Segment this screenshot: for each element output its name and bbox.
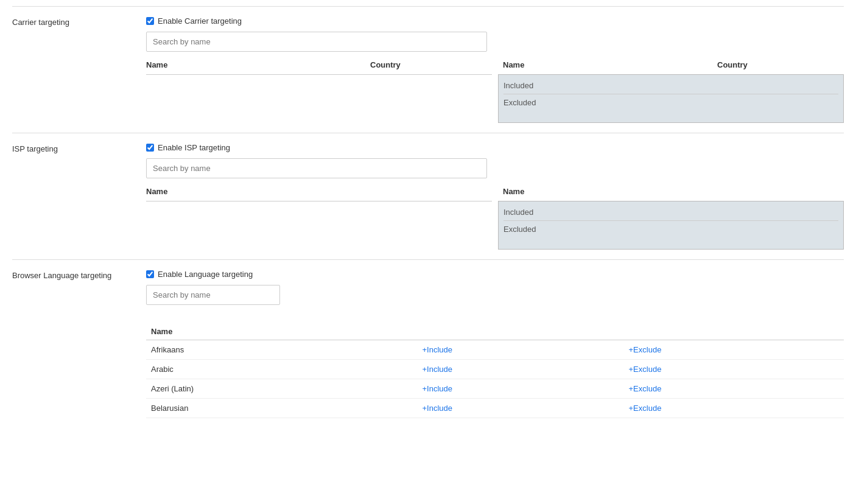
lang-include-cell[interactable]: +Include <box>417 399 623 418</box>
lang-exclude-link[interactable]: +Exclude <box>629 345 662 354</box>
lang-exclude-link[interactable]: +Exclude <box>629 404 662 413</box>
lang-include-link[interactable]: +Include <box>422 404 452 413</box>
isp-right-panel-header: Name <box>498 184 844 201</box>
carrier-left-country-col: Country <box>370 60 492 69</box>
carrier-enable-checkbox[interactable] <box>146 17 154 25</box>
carrier-enable-row: Enable Carrier targeting <box>146 16 844 26</box>
carrier-enable-label: Enable Carrier targeting <box>158 16 242 26</box>
page-container: Carrier targeting Enable Carrier targeti… <box>0 0 856 504</box>
isp-segments-wrapper: Name Name Included Excluded <box>146 184 844 250</box>
carrier-excluded-row: Excluded <box>503 94 838 111</box>
isp-targeting-content: Enable ISP targeting Name Name Included … <box>146 143 844 250</box>
carrier-included-row: Included <box>503 77 838 94</box>
isp-targeting-section: ISP targeting Enable ISP targeting Name … <box>12 133 844 259</box>
lang-exclude-cell[interactable]: +Exclude <box>624 399 844 418</box>
browser-language-targeting-label: Browser Language targeting <box>12 270 146 418</box>
lang-name-cell: Azeri (Latin) <box>146 379 417 399</box>
lang-include-cell[interactable]: +Include <box>417 360 623 379</box>
browser-language-targeting-content: Enable Language targeting Name Afrikaans… <box>146 270 844 418</box>
lang-name-cell: Belarusian <box>146 399 417 418</box>
lang-include-cell[interactable]: +Include <box>417 379 623 399</box>
lang-exclude-header <box>624 323 844 340</box>
lang-name-header: Name <box>146 323 417 340</box>
lang-include-link[interactable]: +Include <box>422 384 452 393</box>
carrier-left-header: Name Country <box>146 58 492 75</box>
languages-table: Name Afrikaans +Include +Exclude Arabic … <box>146 323 844 418</box>
language-enable-label: Enable Language targeting <box>158 270 253 279</box>
isp-left-header: Name <box>146 184 492 201</box>
lang-table-row: Afrikaans +Include +Exclude <box>146 340 844 360</box>
available-languages-container: Name Afrikaans +Include +Exclude Arabic … <box>146 323 844 418</box>
lang-table-row: Arabic +Include +Exclude <box>146 360 844 379</box>
carrier-search-input[interactable] <box>146 32 487 52</box>
isp-enable-checkbox[interactable] <box>146 144 154 152</box>
lang-include-header <box>417 323 623 340</box>
isp-right-panel-body: Included Excluded <box>498 201 844 250</box>
carrier-targeting-label: Carrier targeting <box>12 16 146 123</box>
isp-left-panel: Name <box>146 184 498 250</box>
isp-excluded-row: Excluded <box>503 221 838 237</box>
carrier-left-panel: Name Country <box>146 58 498 123</box>
language-search-input[interactable] <box>146 285 280 305</box>
carrier-segments-wrapper: Name Country Name Country Included Exclu… <box>146 58 844 123</box>
lang-include-link[interactable]: +Include <box>422 365 452 374</box>
carrier-right-country-col: Country <box>717 60 839 69</box>
lang-include-cell[interactable]: +Include <box>417 340 623 360</box>
isp-search-input[interactable] <box>146 158 487 178</box>
carrier-right-name-col: Name <box>503 60 717 69</box>
isp-left-name-col: Name <box>146 187 492 196</box>
isp-included-row: Included <box>503 204 838 221</box>
isp-enable-row: Enable ISP targeting <box>146 143 844 152</box>
lang-exclude-link[interactable]: +Exclude <box>629 384 662 393</box>
carrier-targeting-section: Carrier targeting Enable Carrier targeti… <box>12 6 844 133</box>
carrier-right-panel-body: Included Excluded <box>498 74 844 123</box>
lang-name-cell: Afrikaans <box>146 340 417 360</box>
lang-name-cell: Arabic <box>146 360 417 379</box>
carrier-right-panel-wrapper: Name Country Included Excluded <box>498 58 844 123</box>
carrier-left-name-col: Name <box>146 60 370 69</box>
isp-targeting-label: ISP targeting <box>12 143 146 250</box>
carrier-right-panel-header: Name Country <box>498 58 844 74</box>
lang-table-header-row: Name <box>146 323 844 340</box>
lang-exclude-cell[interactable]: +Exclude <box>624 379 844 399</box>
isp-enable-label: Enable ISP targeting <box>158 143 230 152</box>
language-enable-row: Enable Language targeting <box>146 270 844 279</box>
lang-table-row: Belarusian +Include +Exclude <box>146 399 844 418</box>
lang-include-link[interactable]: +Include <box>422 345 452 354</box>
language-enable-checkbox[interactable] <box>146 270 154 278</box>
isp-right-name-col: Name <box>503 187 839 196</box>
lang-exclude-cell[interactable]: +Exclude <box>624 340 844 360</box>
carrier-targeting-content: Enable Carrier targeting Name Country Na… <box>146 16 844 123</box>
lang-table-row: Azeri (Latin) +Include +Exclude <box>146 379 844 399</box>
lang-exclude-link[interactable]: +Exclude <box>629 365 662 374</box>
isp-right-panel-wrapper: Name Included Excluded <box>498 184 844 250</box>
browser-language-targeting-section: Browser Language targeting Enable Langua… <box>12 259 844 428</box>
lang-exclude-cell[interactable]: +Exclude <box>624 360 844 379</box>
